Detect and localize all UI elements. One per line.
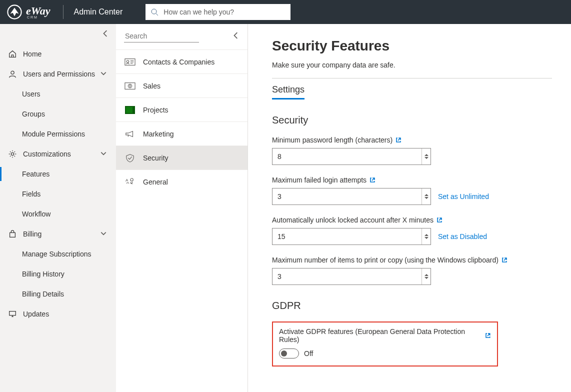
chevron-down-icon xyxy=(424,236,428,240)
logo-icon xyxy=(6,4,23,20)
sidebar-item-label: Features xyxy=(22,170,50,178)
input-value: 8 xyxy=(278,152,282,160)
home-icon xyxy=(8,50,17,58)
logo[interactable]: eWay CRM xyxy=(6,4,50,20)
sidebar-item-users[interactable]: Users xyxy=(0,84,116,104)
secondary-item-label: Projects xyxy=(143,106,168,114)
secondary-item-label: Marketing xyxy=(143,130,174,138)
sidebar-item-customizations[interactable]: Customizations xyxy=(0,144,116,164)
sidebar-item-module-permissions[interactable]: Module Permissions xyxy=(0,124,116,144)
section-heading-security: Security xyxy=(272,114,571,126)
sidebar-item-label: Billing Details xyxy=(22,290,64,298)
gdpr-highlight-box: Activate GDPR features (European General… xyxy=(272,322,498,366)
projects-icon xyxy=(124,105,136,115)
spinner[interactable] xyxy=(422,228,430,244)
sidebar-item-label: Manage Subscriptions xyxy=(22,250,92,258)
page-title: Security Features xyxy=(272,38,571,54)
toggle-knob xyxy=(281,350,287,356)
expand-toggle[interactable] xyxy=(100,70,107,78)
secondary-search-input[interactable] xyxy=(124,30,199,42)
chevron-up-icon xyxy=(100,70,107,77)
secondary-item-label: Security xyxy=(143,154,168,162)
sidebar-item-label: Users xyxy=(22,90,40,98)
sidebar-collapse-button[interactable] xyxy=(102,30,109,38)
divider xyxy=(272,78,552,78)
secondary-item-marketing[interactable]: Marketing xyxy=(116,122,248,146)
marketing-icon xyxy=(124,129,136,139)
expand-toggle[interactable] xyxy=(100,230,107,238)
sidebar-item-workflow[interactable]: Workflow xyxy=(0,204,116,224)
chevron-down-icon xyxy=(424,156,428,160)
external-link-icon[interactable] xyxy=(485,332,491,338)
chevron-left-icon xyxy=(102,30,109,37)
sidebar-item-label: Home xyxy=(23,50,42,58)
svg-point-10 xyxy=(130,178,133,181)
chevron-up-icon xyxy=(100,150,107,157)
sidebar-item-label: Workflow xyxy=(22,210,50,218)
secondary-item-general[interactable]: A General xyxy=(116,170,248,194)
expand-toggle[interactable] xyxy=(100,150,107,158)
svg-point-6 xyxy=(126,60,129,62)
sidebar-item-billing-details[interactable]: Billing Details xyxy=(0,284,116,304)
secondary-collapse-button[interactable] xyxy=(232,32,240,40)
field-password-length: Minimum password length (characters) 8 xyxy=(272,136,571,165)
clipboard-max-input[interactable]: 3 xyxy=(272,268,431,285)
password-length-input[interactable]: 8 xyxy=(272,148,431,165)
sidebar-item-home[interactable]: Home xyxy=(0,44,116,64)
spinner[interactable] xyxy=(422,188,430,204)
sidebar-item-label: Customizations xyxy=(23,150,71,158)
gdpr-toggle-state: Off xyxy=(304,350,313,358)
secondary-item-security[interactable]: Security xyxy=(116,146,248,170)
tab-settings[interactable]: Settings xyxy=(272,82,304,100)
sidebar-item-label: Users and Permissions xyxy=(23,70,95,78)
section-heading-gdpr: GDPR xyxy=(272,300,571,312)
sidebar-item-updates[interactable]: Updates xyxy=(0,304,116,324)
external-link-icon[interactable] xyxy=(370,177,376,183)
svg-rect-4 xyxy=(10,312,16,316)
main-content: Security Features Make sure your company… xyxy=(248,24,571,392)
failed-attempts-input[interactable]: 3 xyxy=(272,188,431,205)
sidebar-item-label: Groups xyxy=(22,110,45,118)
page-subtitle: Make sure your company data are safe. xyxy=(272,61,571,69)
external-link-icon[interactable] xyxy=(396,137,402,143)
field-label: Automatically unlock locked account afte… xyxy=(272,216,434,224)
sidebar-item-features[interactable]: Features xyxy=(0,164,116,184)
sidebar-item-label: Fields xyxy=(22,190,40,198)
sidebar-item-billing-history[interactable]: Billing History xyxy=(0,264,116,284)
set-unlimited-link[interactable]: Set as Unlimited xyxy=(438,192,489,200)
search-icon xyxy=(150,8,158,16)
sidebar-item-manage-subscriptions[interactable]: Manage Subscriptions xyxy=(0,244,116,264)
svg-point-3 xyxy=(11,152,14,155)
secondary-panel: Contacts & Companies Sales Projects Mark… xyxy=(116,24,248,392)
secondary-item-label: General xyxy=(143,178,168,186)
external-link-icon[interactable] xyxy=(502,257,508,263)
sidebar-item-fields[interactable]: Fields xyxy=(0,184,116,204)
set-disabled-link[interactable]: Set as Disabled xyxy=(438,232,487,240)
secondary-item-label: Sales xyxy=(143,82,160,90)
external-link-icon[interactable] xyxy=(436,217,442,223)
field-unlock-minutes: Automatically unlock locked account afte… xyxy=(272,216,571,245)
bag-icon xyxy=(8,230,17,238)
sidebar-item-groups[interactable]: Groups xyxy=(0,104,116,124)
spinner[interactable] xyxy=(422,148,430,164)
spinner[interactable] xyxy=(422,268,430,284)
app-header: eWay CRM Admin Center How can we help yo… xyxy=(0,0,571,24)
secondary-item-sales[interactable]: Sales xyxy=(116,74,248,98)
sidebar-item-billing[interactable]: Billing xyxy=(0,224,116,244)
chevron-left-icon xyxy=(232,32,240,39)
app-title: Admin Center xyxy=(74,8,122,16)
secondary-item-label: Contacts & Companies xyxy=(143,58,214,66)
user-icon xyxy=(8,70,17,78)
svg-point-1 xyxy=(152,9,156,14)
gdpr-toggle[interactable] xyxy=(279,348,299,358)
monitor-icon xyxy=(8,310,17,318)
secondary-item-projects[interactable]: Projects xyxy=(116,98,248,122)
svg-point-2 xyxy=(11,71,14,74)
secondary-item-contacts[interactable]: Contacts & Companies xyxy=(116,50,248,74)
unlock-minutes-input[interactable]: 15 xyxy=(272,228,431,245)
field-clipboard-max: Maximum number of items to print or copy… xyxy=(272,256,571,285)
gear-icon xyxy=(8,150,17,158)
sidebar-item-users-permissions[interactable]: Users and Permissions xyxy=(0,64,116,84)
chevron-down-icon xyxy=(424,196,428,200)
global-search[interactable]: How can we help you? xyxy=(146,4,290,20)
